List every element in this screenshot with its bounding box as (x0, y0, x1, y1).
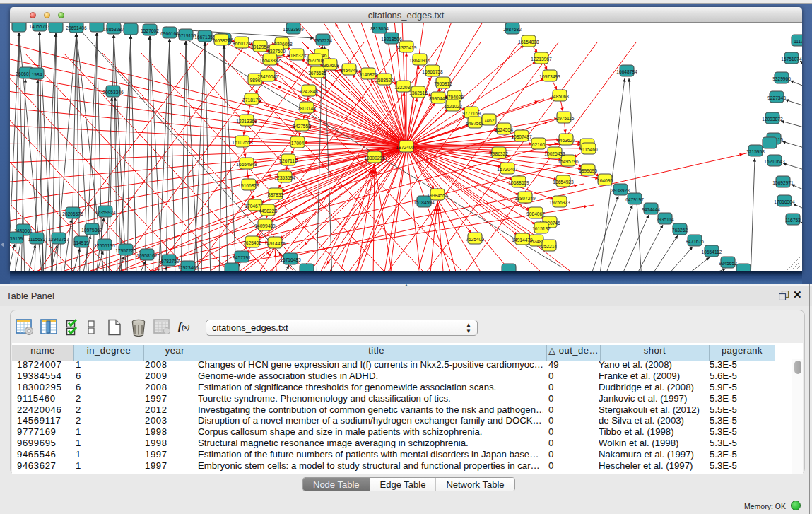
svg-text:10973493: 10973493 (539, 74, 560, 79)
svg-text:15720407: 15720407 (497, 167, 518, 172)
svg-text:12213967: 12213967 (531, 57, 552, 62)
svg-text:12923466: 12923466 (177, 265, 199, 270)
svg-text:9777169: 9777169 (462, 111, 481, 116)
svg-text:7625402: 7625402 (243, 240, 261, 245)
svg-text:10688609: 10688609 (508, 180, 529, 185)
svg-text:1984: 1984 (32, 72, 42, 77)
svg-text:12942757: 12942757 (48, 237, 69, 242)
svg-text:14914479: 14914479 (512, 238, 533, 243)
svg-text:1621022: 1621022 (444, 104, 462, 109)
svg-text:10654112: 10654112 (702, 250, 722, 255)
svg-text:20053346: 20053346 (102, 90, 124, 95)
svg-text:8471676: 8471676 (686, 239, 704, 244)
svg-text:9463627: 9463627 (557, 138, 575, 143)
svg-text:10853287: 10853287 (103, 27, 124, 32)
svg-text:23420046: 23420046 (257, 74, 278, 79)
svg-text:7986322: 7986322 (490, 151, 508, 156)
svg-text:10719155: 10719155 (175, 33, 196, 38)
svg-text:16154808: 16154808 (518, 40, 539, 45)
svg-text:16033809: 16033809 (283, 27, 304, 32)
svg-text:8267110: 8267110 (279, 158, 298, 163)
svg-text:13654923: 13654923 (553, 180, 574, 185)
svg-text:18724007: 18724007 (396, 145, 417, 150)
svg-text:2718176: 2718176 (242, 98, 261, 103)
svg-text:18807249: 18807249 (514, 196, 536, 201)
svg-text:7485063: 7485063 (551, 94, 569, 99)
svg-text:17359924: 17359924 (95, 210, 116, 215)
svg-text:3215958: 3215958 (746, 149, 765, 154)
svg-text:9084067: 9084067 (526, 211, 545, 216)
svg-text:1588520: 1588520 (375, 78, 394, 83)
svg-text:11325419: 11325419 (396, 45, 417, 50)
svg-text:18640910: 18640910 (409, 58, 430, 63)
svg-text:12353594: 12353594 (274, 175, 295, 180)
svg-text:1115682: 1115682 (28, 237, 46, 242)
svg-text:1615132: 1615132 (532, 226, 551, 231)
svg-text:17004: 17004 (291, 141, 305, 146)
svg-text:19384554: 19384554 (427, 193, 448, 198)
svg-text:16961758: 16961758 (422, 69, 443, 74)
svg-text:6794028: 6794028 (445, 95, 464, 100)
svg-text:10958107: 10958107 (136, 253, 158, 258)
svg-text:3675685: 3675685 (308, 71, 326, 76)
svg-text:16654948: 16654948 (236, 162, 257, 167)
svg-text:10975867: 10975867 (81, 228, 102, 233)
svg-text:4498222: 4498222 (259, 209, 277, 214)
svg-text:39159: 39159 (10, 236, 23, 241)
svg-text:7625402: 7625402 (466, 237, 484, 242)
svg-text:10807487: 10807487 (511, 134, 532, 139)
svg-text:1322037: 1322037 (394, 85, 413, 90)
svg-text:19218506: 19218506 (381, 37, 402, 42)
svg-text:2803144: 2803144 (298, 106, 316, 111)
svg-text:20691406: 20691406 (66, 25, 87, 30)
svg-text:9329966: 9329966 (772, 76, 791, 81)
svg-text:7955812: 7955812 (434, 81, 452, 86)
svg-text:16210643: 16210643 (764, 159, 785, 164)
svg-text:8660124: 8660124 (233, 41, 251, 46)
svg-text:12213369: 12213369 (236, 119, 257, 124)
svg-text:7957224: 7957224 (314, 38, 332, 43)
svg-text:62160: 62160 (532, 142, 546, 147)
svg-text:17957225: 17957225 (115, 248, 136, 253)
svg-text:9227343: 9227343 (767, 95, 786, 100)
svg-text:15495796: 15495796 (558, 159, 579, 164)
svg-text:12975115: 12975115 (554, 116, 575, 121)
svg-text:7462: 7462 (484, 118, 495, 123)
svg-text:6497568: 6497568 (466, 121, 484, 126)
svg-text:19756923: 19756923 (549, 200, 570, 205)
svg-text:116753: 116753 (785, 218, 801, 223)
svg-text:9115460: 9115460 (579, 147, 598, 152)
svg-text:9242848: 9242848 (300, 89, 318, 94)
svg-text:8427552: 8427552 (293, 124, 311, 129)
svg-text:18300295: 18300295 (364, 156, 385, 160)
svg-text:9527508: 9527508 (306, 58, 324, 63)
svg-text:10025433: 10025433 (544, 151, 565, 156)
svg-text:114519: 114519 (73, 240, 89, 245)
svg-text:164095: 164095 (597, 178, 613, 183)
svg-text:14099489: 14099489 (254, 223, 276, 228)
svg-text:16782759: 16782759 (158, 259, 180, 264)
svg-text:6479197: 6479197 (625, 197, 644, 202)
svg-text:252214: 252214 (541, 244, 557, 249)
svg-text:8813054: 8813054 (370, 26, 389, 31)
svg-text:3624554: 3624554 (495, 127, 513, 132)
svg-text:2987682: 2987682 (503, 27, 522, 32)
svg-text:9327500: 9327500 (267, 49, 286, 54)
svg-text:1362615: 1362615 (409, 90, 428, 95)
svg-text:17016504: 17016504 (774, 199, 795, 204)
svg-text:19166825: 19166825 (238, 183, 259, 188)
svg-text:7663822: 7663822 (212, 38, 230, 43)
svg-text:16543382: 16543382 (259, 58, 281, 63)
svg-text:14914479: 14914479 (264, 241, 286, 246)
svg-text:9245652: 9245652 (719, 261, 737, 266)
svg-text:15716485: 15716485 (280, 257, 301, 262)
svg-text:16648784: 16648784 (616, 69, 637, 74)
svg-text:15751074: 15751074 (781, 57, 802, 62)
svg-text:12093872: 12093872 (762, 117, 783, 122)
svg-text:6899695: 6899695 (579, 168, 597, 173)
svg-text:1117: 1117 (794, 39, 802, 44)
svg-text:8454749: 8454749 (340, 68, 358, 73)
svg-text:9474444: 9474444 (642, 207, 660, 212)
svg-text:16107553: 16107553 (232, 140, 253, 145)
svg-text:9146821: 9146821 (359, 72, 377, 77)
